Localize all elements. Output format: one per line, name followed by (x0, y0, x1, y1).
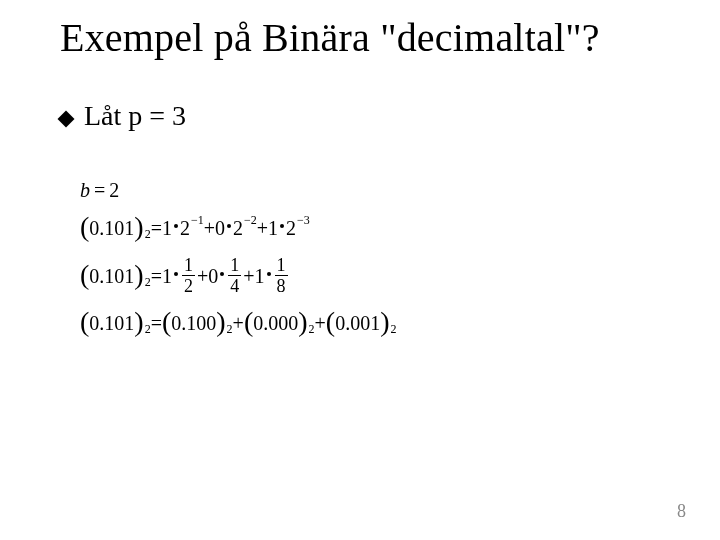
numerator: 1 (182, 256, 195, 274)
coef: 0 (215, 218, 225, 238)
numerator: 1 (228, 256, 241, 274)
bullet-text: Låt p = 3 (84, 100, 186, 132)
equals: = (151, 218, 162, 238)
plus: + (257, 218, 268, 238)
base-sub: 2 (145, 276, 151, 288)
base: 2 (180, 218, 190, 238)
plus: + (197, 266, 208, 286)
slide: Exempel på Binära "decimaltal"? Låt p = … (0, 0, 720, 540)
bullet-item: Låt p = 3 (60, 100, 660, 132)
math-line-3: ( 0.101 ) 2 = 1 1 2 + 0 1 4 + 1 (80, 256, 396, 295)
val-2: 2 (109, 180, 119, 200)
var-b: b (80, 180, 90, 200)
mantissa: 0.101 (89, 218, 134, 238)
base-sub: 2 (145, 228, 151, 240)
base-sub: 2 (145, 323, 151, 335)
diamond-bullet-icon (58, 111, 75, 128)
rparen: ) (134, 308, 143, 336)
fraction: 1 2 (182, 256, 195, 295)
coef: 1 (268, 218, 278, 238)
mantissa: 0.100 (171, 313, 216, 333)
mantissa: 0.101 (89, 266, 134, 286)
cdot-icon (174, 272, 178, 276)
cdot-icon (174, 224, 178, 228)
coef: 1 (255, 266, 265, 286)
denominator: 8 (275, 277, 288, 295)
coef: 1 (162, 218, 172, 238)
mantissa: 0.001 (335, 313, 380, 333)
rparen: ) (134, 261, 143, 289)
mantissa: 0.101 (89, 313, 134, 333)
equals: = (94, 180, 105, 200)
numerator: 1 (275, 256, 288, 274)
math-line-2: ( 0.101 ) 2 = 1 2 −1 + 0 2 −2 + 1 2 −3 (80, 214, 396, 242)
denominator: 2 (182, 277, 195, 295)
plus: + (233, 313, 244, 333)
page-number: 8 (677, 501, 686, 522)
cdot-icon (220, 272, 224, 276)
lparen: ( (326, 308, 335, 336)
exp: −3 (297, 214, 310, 226)
rparen: ) (134, 213, 143, 241)
plus: + (243, 266, 254, 286)
math-line-4: ( 0.101 ) 2 = ( 0.100 ) 2 + ( 0.000 ) 2 … (80, 309, 396, 337)
cdot-icon (280, 224, 284, 228)
base: 2 (233, 218, 243, 238)
fraction: 1 4 (228, 256, 241, 295)
plus: + (204, 218, 215, 238)
math-line-1: b = 2 (80, 180, 396, 200)
mantissa: 0.000 (253, 313, 298, 333)
rparen: ) (380, 308, 389, 336)
rparen: ) (298, 308, 307, 336)
base-sub: 2 (227, 323, 233, 335)
lparen: ( (80, 308, 89, 336)
slide-body: Låt p = 3 (60, 100, 660, 132)
lparen: ( (80, 261, 89, 289)
base-sub: 2 (309, 323, 315, 335)
denominator: 4 (228, 277, 241, 295)
fraction: 1 8 (275, 256, 288, 295)
equals: = (151, 313, 162, 333)
base-sub: 2 (390, 323, 396, 335)
cdot-icon (227, 224, 231, 228)
plus: + (315, 313, 326, 333)
coef: 1 (162, 266, 172, 286)
exp: −1 (191, 214, 204, 226)
lparen: ( (80, 213, 89, 241)
equals: = (151, 266, 162, 286)
coef: 0 (208, 266, 218, 286)
lparen: ( (244, 308, 253, 336)
rparen: ) (216, 308, 225, 336)
lparen: ( (162, 308, 171, 336)
math-block: b = 2 ( 0.101 ) 2 = 1 2 −1 + 0 2 −2 + 1 … (80, 180, 396, 337)
base: 2 (286, 218, 296, 238)
slide-title: Exempel på Binära "decimaltal"? (60, 14, 680, 61)
cdot-icon (267, 272, 271, 276)
exp: −2 (244, 214, 257, 226)
